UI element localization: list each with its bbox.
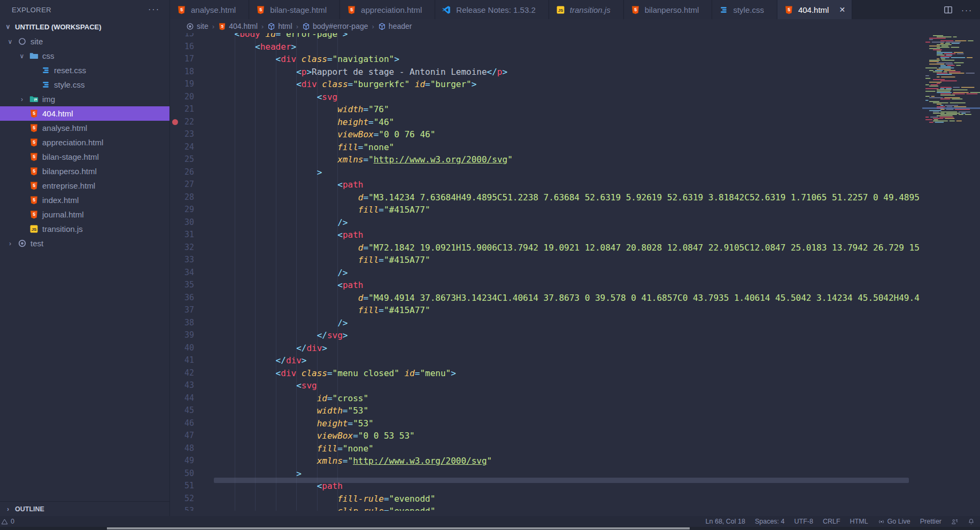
breadcrumb-item-header[interactable]: header [378,22,412,30]
tab-style-css[interactable]: style.css [712,0,777,19]
code-text: <body id="error-page"> [194,33,348,41]
svg-text:5: 5 [33,139,35,145]
breakpoint-margin[interactable] [170,379,181,392]
tree-item-404-html[interactable]: 5404.html [0,106,169,121]
bell-button[interactable] [968,518,975,525]
breakpoint-margin[interactable] [170,91,181,104]
status-item-html[interactable]: HTML [850,518,868,525]
breakpoint-margin[interactable] [170,254,181,267]
tab-bilanperso-html[interactable]: 5bilanperso.html [624,0,713,19]
breakpoint-margin[interactable] [170,116,181,129]
workspace-row[interactable]: ∨ UNTITLED (WORKSPACE) [0,19,169,34]
breakpoint-margin[interactable] [170,78,181,91]
tree-item-journal-html[interactable]: 5journal.html [0,207,169,222]
tree-item-test[interactable]: ›test [0,236,169,251]
status-item-prettier[interactable]: Prettier [920,518,942,525]
breakpoint-margin[interactable] [170,493,181,505]
tree-item-transition-js[interactable]: JStransition.js [0,222,169,236]
horizontal-scrollbar[interactable] [214,478,909,483]
tab-transition-js[interactable]: JStransition.js [549,0,624,19]
breakpoint-margin[interactable] [170,329,181,342]
tree-item-style-css[interactable]: style.css [0,77,169,92]
breakpoint-margin[interactable] [170,455,181,467]
tree-item-img[interactable]: ›img [0,92,169,106]
breakpoint-margin[interactable] [170,430,181,442]
breakpoint-margin[interactable] [170,505,181,511]
breakpoint-margin[interactable] [170,467,181,480]
tree-item-bilan-stage-html[interactable]: 5bilan-stage.html [0,150,169,164]
breakpoint-margin[interactable] [170,417,181,430]
status-item-go-live[interactable]: Go Live [878,518,910,525]
breakpoint-margin[interactable] [170,103,181,116]
breadcrumb-item-404-html[interactable]: 5404.html [218,22,258,30]
breakpoint-margin[interactable] [170,404,181,417]
breakpoint-margin[interactable] [170,480,181,493]
outer-scrollbar-thumb[interactable] [107,527,690,529]
tree-item-bilanperso-html[interactable]: 5bilanperso.html [0,164,169,178]
breakpoint-margin[interactable] [170,128,181,141]
minimap[interactable] [922,33,980,511]
tree-item-analyse-html[interactable]: 5analyse.html [0,121,169,135]
tree-item-label: bilan-stage.html [42,152,99,161]
explorer-more-actions-icon[interactable]: ··· [148,5,160,14]
status-item-crlf[interactable]: CRLF [823,518,840,525]
breakpoint-margin[interactable] [170,267,181,279]
tab-appreciation-html[interactable]: 5appreciation.html [340,0,435,19]
tree-item-index-html[interactable]: 5index.html [0,193,169,207]
tab-release-notes-1-53-2[interactable]: Release Notes: 1.53.2 [435,0,549,19]
tree-item-reset-css[interactable]: reset.css [0,63,169,77]
code-line-27: 27<path [170,178,920,191]
breakpoint-margin[interactable] [170,41,181,53]
tab-bilan-stage-html[interactable]: 5bilan-stage.html [249,0,340,19]
breakpoint-margin[interactable] [170,279,181,292]
close-icon[interactable]: ✕ [839,6,845,13]
breakpoint-margin[interactable] [170,292,181,305]
breadcrumb-item-site[interactable]: site [186,22,209,30]
status-item-label: Go Live [888,518,910,525]
code-text: <header> [194,41,296,53]
outline-section[interactable]: › OUTLINE [0,501,169,516]
breakpoint-margin[interactable] [170,354,181,367]
breakpoint-margin[interactable] [170,342,181,355]
breakpoint-margin[interactable] [170,442,181,455]
breadcrumb-item-body-error-page[interactable]: body#error-page [302,22,368,30]
code-text: fill="#415A77" [194,204,430,216]
breakpoint-margin[interactable] [170,153,181,166]
breakpoint-margin[interactable] [170,241,181,254]
breakpoint-margin[interactable] [170,166,181,179]
tree-item-entreprise-html[interactable]: 5entreprise.html [0,178,169,193]
breakpoint-margin[interactable] [170,317,181,330]
tab-404-html[interactable]: 5404.html✕ [777,0,852,19]
breakpoint-margin[interactable] [170,178,181,191]
status-item-spaces-4[interactable]: Spaces: 4 [755,518,785,525]
breakpoint-margin[interactable] [170,216,181,229]
tab-analyse-html[interactable]: 5analyse.html [170,0,249,19]
more-actions-icon[interactable]: ··· [961,5,973,14]
svg-text:5: 5 [180,7,183,12]
breakpoint-margin[interactable] [170,53,181,66]
breakpoint-margin[interactable] [170,33,181,41]
breakpoint-dot[interactable] [172,119,178,125]
tree-item-css[interactable]: ∨css [0,49,169,63]
breadcrumb-item-html[interactable]: html [267,22,292,30]
code-text: <path [194,178,363,191]
tree-item-appreciation-html[interactable]: 5appreciation.html [0,135,169,150]
split-editor-button[interactable] [944,5,953,14]
breakpoint-margin[interactable] [170,191,181,204]
breakpoint-margin[interactable] [170,66,181,79]
breakpoint-margin[interactable] [170,141,181,154]
breakpoint-margin[interactable] [170,304,181,317]
breakpoint-margin[interactable] [170,204,181,216]
feedback-button[interactable] [951,518,958,525]
line-number: 37 [181,304,194,317]
breakpoint-margin[interactable] [170,392,181,405]
problems-indicator[interactable]: 0 [1,518,14,525]
status-item-ln-68-col-18[interactable]: Ln 68, Col 18 [706,518,745,525]
status-item-utf-8[interactable]: UTF-8 [794,518,813,525]
code-editor[interactable]: 15<body id="error-page">16<header>17<div… [170,33,922,511]
tree-item-site[interactable]: ∨site [0,34,169,49]
breakpoint-margin[interactable] [170,229,181,241]
breakpoint-margin[interactable] [170,367,181,380]
split-editor-icon [944,5,953,14]
vscode-icon [442,5,451,14]
